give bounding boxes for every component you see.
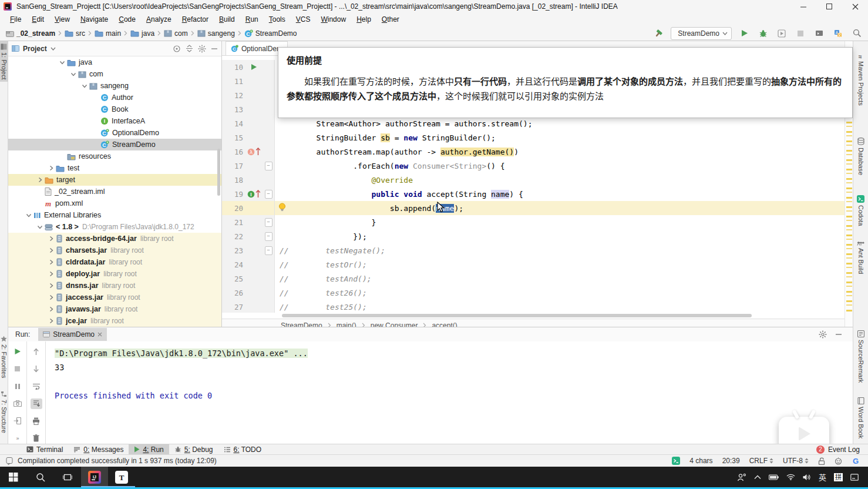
hector-button[interactable] [835, 457, 842, 465]
chevron-down-icon[interactable] [24, 213, 33, 217]
chevron-right-icon[interactable] [46, 283, 56, 289]
minimize-button[interactable] [790, 0, 816, 13]
win-task-button[interactable] [54, 467, 81, 487]
editor-hscrollbar[interactable] [222, 313, 845, 319]
tree-row-sangeng[interactable]: sangeng [8, 80, 221, 92]
close-button[interactable] [842, 0, 868, 13]
gutter-line-17[interactable]: 17− [222, 159, 275, 173]
down-button[interactable] [31, 364, 42, 375]
code-text[interactable]: // test26(); [275, 286, 845, 300]
gutter-line-20[interactable]: 20 [222, 201, 275, 215]
code-line-21[interactable]: 21− } [222, 215, 845, 229]
google-button[interactable]: G [852, 457, 860, 465]
breadcrumb-main[interactable]: main [93, 29, 122, 38]
stripe-tab-codota[interactable]: Codota [856, 193, 865, 228]
gutter-line-11[interactable]: 11 [222, 74, 275, 88]
status-message[interactable]: Compilation completed successfully in 1 … [18, 457, 217, 465]
notification-balloon-icon[interactable] [6, 457, 13, 465]
hide-panel-button[interactable] [211, 45, 218, 52]
stop-button[interactable] [794, 27, 807, 40]
exit-button[interactable] [12, 416, 23, 427]
code-line-24[interactable]: 24// testOr(); [222, 257, 845, 272]
chevron-right-icon[interactable] [46, 259, 56, 265]
fold-marker-icon[interactable]: − [264, 190, 272, 199]
typora-app-button[interactable]: T [108, 467, 135, 487]
tool-tab-terminal[interactable]: Terminal [21, 444, 68, 455]
menu-navigate[interactable]: Navigate [75, 14, 113, 25]
people-icon[interactable] [737, 473, 746, 481]
code-text[interactable]: // test25(); [275, 300, 845, 313]
gutter-line-25[interactable]: 25 [222, 272, 275, 286]
idea-app-button[interactable]: IJ [81, 467, 108, 487]
code-line-22[interactable]: 22− }); [222, 229, 845, 243]
menu-run[interactable]: Run [240, 14, 264, 25]
stripe-tab-database[interactable]: Database [857, 135, 865, 177]
tree-row-optionaldemo[interactable]: COptionalDemo [8, 127, 221, 139]
menu-view[interactable]: View [49, 14, 75, 25]
code-text[interactable]: public void accept(String name) { [275, 187, 845, 201]
tree-row-java[interactable]: java [8, 56, 221, 68]
stripe-tab-sourceremark[interactable]: SourceRemark [857, 328, 865, 385]
stripe-tab-ant-build[interactable]: Ant Build [856, 237, 865, 276]
translate-button[interactable]: A文 [832, 27, 845, 40]
ime-language-indicator[interactable]: 英 [819, 471, 826, 483]
gutter-line-19[interactable]: 19I− [222, 187, 275, 201]
gutter-line-18[interactable]: 18 [222, 173, 275, 187]
tree-row-access-bridge-64-jar[interactable]: access-bridge-64.jarlibrary root [8, 233, 221, 244]
tree-row-jce-jar[interactable]: jce.jarlibrary root [8, 315, 221, 327]
code-text[interactable]: // testAnd(); [275, 272, 845, 286]
close-tab-icon[interactable] [97, 332, 102, 337]
chevron-right-icon[interactable] [46, 294, 56, 300]
tool-tab-4-run[interactable]: 4: Run [129, 444, 169, 455]
project-scrollbar[interactable] [217, 149, 220, 196]
tree-row-02-stream-iml[interactable]: _02_stream.iml [8, 186, 221, 197]
lambda-badge-icon[interactable]: λ [247, 148, 255, 156]
code-text[interactable]: }); [275, 229, 845, 243]
gutter-line-12[interactable]: 12 [222, 88, 275, 102]
menu-code[interactable]: Code [113, 14, 141, 25]
code-line-25[interactable]: 25// testAnd(); [222, 272, 845, 286]
win-search-button[interactable] [27, 467, 54, 487]
status-item-utf-8[interactable]: UTF-8 [783, 457, 809, 465]
code-text[interactable]: .forEach(new Consumer<String>() { [275, 159, 845, 173]
trash-button[interactable] [31, 433, 42, 444]
menu-edit[interactable]: Edit [26, 14, 49, 25]
locate-file-button[interactable] [173, 45, 181, 53]
tree-row-cldrdata-jar[interactable]: cldrdata.jarlibrary root [8, 256, 221, 268]
rerun-button[interactable] [12, 346, 23, 357]
status-item-20-39[interactable]: 20:39 [722, 457, 740, 465]
lock-button[interactable] [818, 457, 825, 465]
code-line-16[interactable]: 16λ authorStream.map(author -> author.ge… [222, 145, 845, 159]
collapse-all-button[interactable] [186, 45, 193, 52]
chevron-down-icon[interactable] [69, 72, 78, 76]
hscroll-thumb[interactable] [282, 314, 752, 317]
gutter-line-26[interactable]: 26 [222, 286, 275, 300]
softwrap-button[interactable] [31, 381, 42, 392]
hide-run-panel-button[interactable] [835, 330, 842, 339]
menu-window[interactable]: Window [315, 14, 351, 25]
wifi-icon[interactable] [786, 474, 795, 480]
tree-row-deploy-jar[interactable]: deploy.jarlibrary root [8, 268, 221, 280]
breadcrumb-02-stream[interactable]: _02_stream [5, 29, 56, 38]
gutter-line-15[interactable]: 15 [222, 130, 275, 145]
gutter-line-21[interactable]: 21− [222, 215, 275, 229]
code-text[interactable]: // testNegate(); [275, 243, 845, 257]
chevron-right-icon[interactable] [46, 271, 56, 277]
tree-row-test[interactable]: test [8, 162, 221, 174]
action-center-icon[interactable] [850, 474, 859, 481]
status-item-4-chars[interactable]: 4 chars [689, 457, 712, 465]
stop-sq-button[interactable] [12, 364, 23, 375]
code-line-18[interactable]: 18 @Override [222, 173, 845, 187]
tree-row-interfacea[interactable]: IInterfaceA [8, 115, 221, 127]
stripe-tab-maven-projects[interactable]: mMaven Projects [857, 49, 865, 108]
gutter-line-13[interactable]: 13 [222, 102, 275, 116]
tool-tab-6-todo[interactable]: 6: TODO [218, 444, 267, 455]
fold-marker-icon[interactable]: − [264, 232, 272, 241]
breadcrumb-com[interactable]: com [163, 29, 189, 38]
camera-button[interactable] [12, 398, 23, 410]
chevron-right-icon[interactable] [46, 318, 56, 324]
tree-row-javaws-jar[interactable]: javaws.jarlibrary root [8, 303, 221, 315]
hammer-button[interactable] [652, 27, 665, 40]
chevron-right-icon[interactable] [46, 165, 56, 171]
gutter-line-14[interactable]: 14 [222, 116, 275, 130]
